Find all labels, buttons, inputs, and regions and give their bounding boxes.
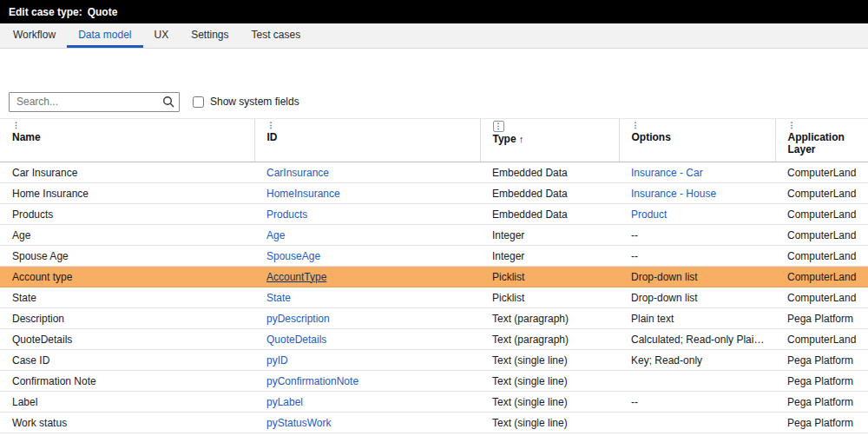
field-name: Age: [0, 225, 254, 246]
field-id: pyStatusWork: [254, 413, 480, 433]
page-title: Edit case type:: [9, 6, 82, 18]
field-type: Integer: [480, 225, 619, 246]
sort-ascending-icon[interactable]: ↑: [519, 134, 524, 144]
table-row[interactable]: Car InsuranceCarInsuranceEmbedded DataIn…: [0, 162, 868, 183]
tab-test-cases[interactable]: Test cases: [240, 23, 312, 48]
tab-settings[interactable]: Settings: [180, 23, 240, 48]
field-id-link[interactable]: pyConfirmationNote: [266, 375, 358, 387]
column-label-type: Type: [493, 133, 516, 145]
table-row[interactable]: StateStatePicklistDrop-down listComputer…: [0, 287, 868, 308]
field-table-body: Car InsuranceCarInsuranceEmbedded DataIn…: [0, 162, 868, 433]
field-type: Embedded Data: [480, 183, 619, 204]
field-type: Text (single line): [480, 392, 619, 413]
field-application-layer: Pega Platform: [775, 350, 868, 371]
field-type: Text (single line): [480, 350, 619, 371]
table-row[interactable]: Spouse AgeSpouseAgeInteger--ComputerLand: [0, 246, 868, 267]
field-options-link[interactable]: Insurance - House: [631, 188, 716, 200]
field-type: Picklist: [480, 287, 619, 308]
field-options-link[interactable]: Insurance - Car: [631, 167, 703, 179]
column-header-name[interactable]: ⋮ Name: [0, 119, 254, 162]
table-row[interactable]: Case IDpyIDText (single line)Key; Read-o…: [0, 350, 868, 371]
field-name: Products: [0, 204, 254, 225]
table-row[interactable]: Account typeAccountTypePicklistDrop-down…: [0, 267, 868, 287]
table-row[interactable]: DescriptionpyDescriptionText (paragraph)…: [0, 308, 868, 329]
field-id: CarInsurance: [254, 162, 480, 183]
column-label-application-layer: Application Layer: [788, 130, 860, 155]
field-options: --: [619, 246, 775, 267]
table-row[interactable]: Confirmation NotepyConfirmationNoteText …: [0, 371, 868, 392]
field-id-link[interactable]: HomeInsurance: [266, 188, 340, 200]
window-title-bar: Edit case type: Quote: [0, 0, 868, 23]
field-id-link[interactable]: Age: [266, 229, 285, 241]
field-name: Description: [0, 308, 254, 329]
field-options: Insurance - House: [619, 183, 775, 204]
field-id-link[interactable]: pyLabel: [266, 396, 303, 408]
column-header-options[interactable]: ⋮ Options: [619, 119, 775, 162]
table-row[interactable]: LabelpyLabelText (single line)--Pega Pla…: [0, 392, 868, 413]
field-application-layer: Pega Platform: [775, 371, 868, 392]
field-application-layer: ComputerLand: [775, 183, 868, 204]
field-options: --: [619, 392, 775, 413]
show-system-fields-toggle[interactable]: Show system fields: [193, 96, 299, 108]
column-drag-icon[interactable]: ⋮: [12, 121, 19, 130]
field-application-layer: ComputerLand: [775, 267, 868, 287]
tab-bar: Workflow Data model UX Settings Test cas…: [0, 23, 868, 49]
column-drag-icon[interactable]: ⋮: [632, 121, 639, 130]
field-options: Product: [619, 204, 775, 225]
field-id-link[interactable]: pyStatusWork: [266, 417, 331, 429]
field-id-link[interactable]: pyDescription: [266, 313, 330, 325]
field-application-layer: ComputerLand: [775, 246, 868, 267]
field-application-layer: ComputerLand: [775, 225, 868, 246]
field-name: Spouse Age: [0, 246, 254, 267]
field-name: Account type: [0, 267, 254, 287]
field-name: Work status: [0, 413, 254, 433]
show-system-fields-checkbox[interactable]: [193, 96, 204, 108]
table-row[interactable]: Work statuspyStatusWorkText (single line…: [0, 413, 868, 433]
field-application-layer: Pega Platform: [775, 413, 868, 433]
table-toolbar: Show system fields: [0, 91, 868, 112]
field-name: QuoteDetails: [0, 329, 254, 350]
field-type: Text (single line): [480, 371, 619, 392]
column-header-id[interactable]: ⋮ ID: [254, 119, 480, 162]
field-id: pyConfirmationNote: [254, 371, 480, 392]
show-system-fields-label: Show system fields: [210, 96, 299, 108]
field-application-layer: ComputerLand: [775, 287, 868, 308]
field-name: Confirmation Note: [0, 371, 254, 392]
field-type: Picklist: [480, 267, 619, 287]
field-id: QuoteDetails: [254, 329, 480, 350]
table-row[interactable]: AgeAgeInteger--ComputerLand: [0, 225, 868, 246]
field-application-layer: ComputerLand: [775, 329, 868, 350]
table-row[interactable]: QuoteDetailsQuoteDetailsText (paragraph)…: [0, 329, 868, 350]
field-name: State: [0, 287, 254, 308]
search-input[interactable]: [9, 92, 180, 112]
field-options: Insurance - Car: [619, 162, 775, 183]
field-id-link[interactable]: pyID: [266, 354, 288, 367]
column-header-type[interactable]: ⋮ Type↑: [480, 119, 619, 162]
field-options: Calculated; Read-only Plain text: [619, 329, 775, 350]
field-id-link[interactable]: QuoteDetails: [266, 334, 326, 346]
field-id-link[interactable]: Products: [266, 208, 307, 221]
column-header-application-layer[interactable]: ⋮ Application Layer: [775, 119, 868, 162]
column-drag-icon[interactable]: ⋮: [267, 121, 274, 130]
field-id-link[interactable]: AccountType: [266, 271, 326, 283]
field-id-link[interactable]: State: [266, 292, 291, 304]
field-id: pyID: [254, 350, 480, 371]
column-drag-icon[interactable]: ⋮: [493, 121, 504, 132]
table-row[interactable]: Home InsuranceHomeInsuranceEmbedded Data…: [0, 183, 868, 204]
field-id-link[interactable]: SpouseAge: [266, 250, 320, 262]
field-name: Label: [0, 392, 254, 413]
field-id-link[interactable]: CarInsurance: [266, 167, 329, 179]
field-id: SpouseAge: [254, 246, 480, 267]
field-options: --: [619, 225, 775, 246]
search-icon[interactable]: [161, 95, 175, 109]
field-options-link[interactable]: Product: [631, 208, 667, 221]
field-options: Drop-down list: [619, 287, 775, 308]
tab-data-model[interactable]: Data model: [67, 23, 142, 48]
field-id: State: [254, 287, 480, 308]
table-row[interactable]: ProductsProductsEmbedded DataProductComp…: [0, 204, 868, 225]
tab-workflow[interactable]: Workflow: [2, 23, 67, 48]
tab-ux[interactable]: UX: [143, 23, 181, 48]
column-drag-icon[interactable]: ⋮: [788, 121, 795, 130]
field-type: Text (paragraph): [480, 329, 619, 350]
field-name: Car Insurance: [0, 162, 254, 183]
